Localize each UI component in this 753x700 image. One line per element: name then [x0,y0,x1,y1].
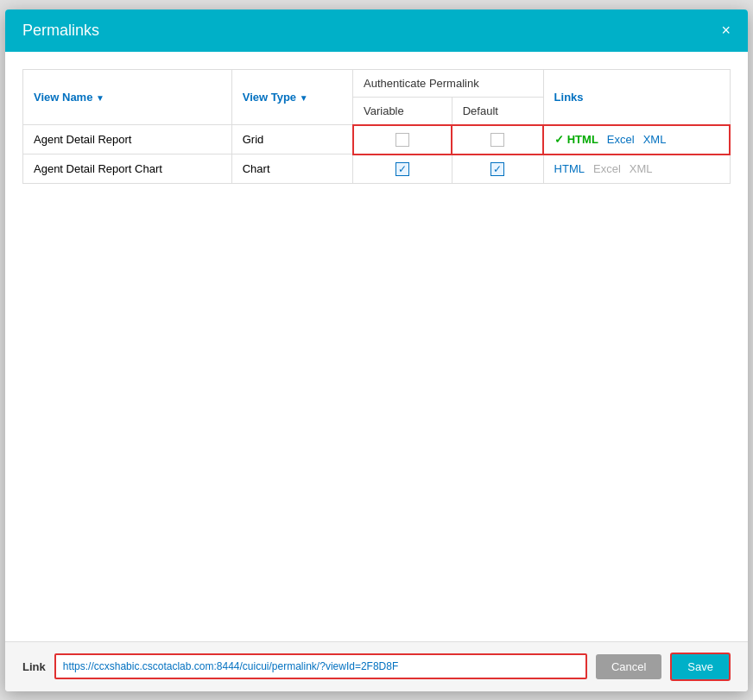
row2-view-type: Chart [231,155,352,184]
col-view-type[interactable]: View Type ▼ [231,69,352,125]
link-label: Link [22,660,46,673]
row1-xml-link[interactable]: XML [643,133,667,146]
row2-variable-checkbox[interactable]: ✓ [395,162,409,176]
row2-default-checkbox-wrap: ✓ [463,162,533,176]
col-view-name[interactable]: View Name ▼ [23,69,232,125]
modal-footer: Link Cancel Save [5,641,748,691]
row2-excel-link: Excel [593,162,621,175]
row1-excel-link[interactable]: Excel [607,133,635,146]
col-default: Default [452,97,543,125]
row2-view-name: Agent Detail Report Chart [23,155,232,184]
modal-header: Permalinks × [5,9,748,52]
row1-variable-checkbox-wrap [364,133,441,147]
row2-default-cell: ✓ [452,155,543,184]
row2-variable-checkbox-wrap: ✓ [364,162,441,176]
row2-links-cell: HTML Excel XML [543,155,730,184]
table-row: Agent Detail Report Grid [23,125,731,155]
row2-default-checkbox[interactable]: ✓ [490,162,504,176]
modal-body: View Name ▼ View Type ▼ Authenticate Per… [5,52,748,641]
view-name-sort-icon: ▼ [96,93,104,103]
row2-variable-cell: ✓ [353,155,452,184]
row1-default-checkbox-wrap [463,133,532,147]
cancel-button[interactable]: Cancel [596,654,661,679]
table-row: Agent Detail Report Chart Chart ✓ ✓ [23,155,731,184]
row1-html-link[interactable]: ✓ HTML [554,133,598,146]
checkmark-icon: ✓ [554,133,567,146]
row1-default-checkbox[interactable] [490,133,504,147]
col-links: Links [543,69,730,125]
view-type-label: View Type [243,91,296,104]
save-button[interactable]: Save [670,653,731,681]
row1-links-group: ✓ HTML Excel XML [554,133,718,146]
row1-links-cell: ✓ HTML Excel XML [543,125,730,155]
close-button[interactable]: × [721,22,731,38]
modal-title: Permalinks [22,22,99,40]
row1-variable-checkbox[interactable] [395,133,409,147]
permalinks-modal: Permalinks × View Name ▼ View Type ▼ Aut… [5,9,748,691]
permalinks-table: View Name ▼ View Type ▼ Authenticate Per… [22,69,731,184]
row1-default-cell [452,125,543,155]
row2-xml-link: XML [630,162,653,175]
col-variable: Variable [353,97,452,125]
link-input[interactable] [54,653,587,679]
row2-links-group: HTML Excel XML [554,162,719,175]
authenticate-header: Authenticate Permalink [353,69,544,97]
row1-view-type: Grid [231,125,352,155]
row1-view-name: Agent Detail Report [23,125,232,155]
view-type-sort-icon: ▼ [300,93,308,103]
row1-variable-cell [353,125,452,155]
row2-html-link[interactable]: HTML [554,162,585,175]
view-name-label: View Name [34,91,92,104]
